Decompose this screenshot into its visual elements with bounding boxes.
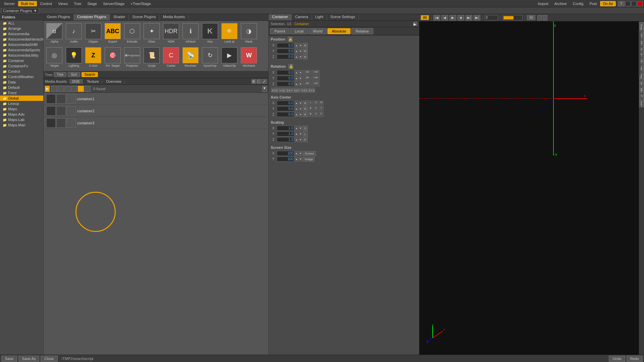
skip-start-btn[interactable]: |◀ bbox=[433, 15, 440, 20]
xyz-btn-zxy[interactable]: ZXY bbox=[286, 88, 293, 93]
folder-lineup[interactable]: 📁Lineup bbox=[0, 101, 43, 106]
scale-z-up[interactable]: ▲ bbox=[295, 137, 298, 142]
menu-server[interactable]: Server bbox=[1, 1, 17, 6]
folder-data[interactable]: 📁Data bbox=[0, 79, 43, 85]
media-tab-overview[interactable]: Overview bbox=[103, 79, 124, 84]
xyz-btn-xyz[interactable]: XYZ bbox=[271, 88, 278, 93]
ss-y-down[interactable]: ▼ bbox=[299, 157, 302, 162]
axis-z-b[interactable]: B bbox=[308, 112, 313, 117]
rot-y-up[interactable]: ▲ bbox=[295, 76, 298, 81]
axis-y-input[interactable] bbox=[277, 106, 294, 111]
tab-container-plugins[interactable]: Container Plugins bbox=[74, 14, 110, 20]
scale-y-down[interactable]: ▼ bbox=[299, 131, 302, 136]
axis-x-r[interactable]: R bbox=[303, 101, 308, 106]
scale-z-input[interactable] bbox=[277, 137, 294, 142]
close-btn[interactable] bbox=[637, 1, 643, 6]
min-btn[interactable] bbox=[625, 1, 631, 6]
scale-x-input[interactable] bbox=[277, 126, 294, 131]
help-btn[interactable]: ? bbox=[618, 1, 625, 6]
rot-y-pos[interactable]: +45 bbox=[312, 76, 320, 81]
close-btn-bottom[interactable]: Close bbox=[41, 356, 57, 362]
rot-x-up[interactable]: ▲ bbox=[295, 70, 298, 75]
media-add-btn[interactable]: ▶ bbox=[45, 86, 50, 92]
menu-post[interactable]: Post bbox=[587, 1, 599, 6]
axis-z-input[interactable] bbox=[277, 112, 294, 117]
folder-astucemedia-sports[interactable]: 📁AstucemediaSports bbox=[0, 47, 43, 53]
plugin-zsort[interactable]: Z Z-Sort bbox=[84, 46, 103, 70]
plugin-mask[interactable]: ◑ Mask bbox=[239, 22, 258, 46]
menu-treestage[interactable]: +Tree/Stage bbox=[128, 1, 153, 6]
pos-y-input[interactable] bbox=[277, 49, 294, 54]
redo-btn[interactable]: Redo bbox=[627, 356, 643, 362]
pos-y-r[interactable]: R bbox=[303, 49, 308, 54]
ss-y-up[interactable]: ▲ bbox=[295, 157, 298, 162]
tl-ctrl-2[interactable] bbox=[543, 15, 547, 20]
rot-z-down[interactable]: ▼ bbox=[299, 81, 302, 86]
tab-scene-plugins[interactable]: Scene Plugins bbox=[129, 14, 159, 20]
menu-import[interactable]: Import bbox=[535, 1, 551, 6]
tab-camera[interactable]: Camera bbox=[292, 14, 312, 20]
pos-x-input[interactable] bbox=[277, 43, 294, 48]
menu-tree[interactable]: Tree bbox=[71, 1, 84, 6]
ss-y-input[interactable] bbox=[277, 157, 294, 162]
view-btn-5[interactable] bbox=[78, 86, 84, 92]
xyz-btn-yxz[interactable]: YXZ bbox=[279, 88, 285, 93]
media-more-btn[interactable]: ▼ bbox=[262, 86, 267, 92]
plugin-audio[interactable]: ♪ Audio bbox=[64, 22, 83, 46]
tab-shader[interactable]: Shader bbox=[110, 14, 129, 20]
rot-z-pos[interactable]: +45 bbox=[312, 81, 320, 86]
axis-x-l[interactable]: L bbox=[308, 101, 313, 106]
tab-geom-plugins[interactable]: Geom Plugins bbox=[44, 14, 74, 20]
tree-btn-search[interactable]: Search bbox=[82, 72, 98, 77]
folder-default[interactable]: 📁Default bbox=[0, 85, 43, 90]
folder-all[interactable]: 📁ALL bbox=[0, 20, 43, 26]
axis-x-up[interactable]: ▲ bbox=[295, 101, 298, 106]
plugin-receiver[interactable]: 📡 Receiver bbox=[181, 46, 200, 70]
btn-local[interactable]: Local bbox=[290, 28, 308, 34]
scale-x-up[interactable]: ▲ bbox=[295, 126, 298, 131]
tab-media-assets[interactable]: Media Assets bbox=[160, 14, 189, 20]
media-fullscreen-btn[interactable]: ⤢ bbox=[262, 79, 267, 84]
pos-y-down[interactable]: ▼ bbox=[299, 49, 302, 54]
btn-world[interactable]: World bbox=[309, 28, 327, 34]
folder-maps-lab[interactable]: 📁Maps-Lab bbox=[0, 117, 43, 122]
axis-y-b[interactable]: B bbox=[308, 106, 313, 111]
next-btn[interactable]: ▶| bbox=[466, 15, 472, 20]
pos-z-r[interactable]: R bbox=[303, 54, 308, 59]
rot-z-up[interactable]: ▲ bbox=[295, 81, 298, 86]
folder-containerfx[interactable]: 📁ContainerFx bbox=[0, 63, 43, 69]
timeline-value-btn[interactable]: 50 bbox=[527, 15, 535, 20]
plugin-infotext[interactable]: ℹ Infotext bbox=[181, 22, 200, 46]
skip-end-btn[interactable]: ▶| bbox=[474, 15, 480, 20]
rot-z-neg[interactable]: -45 bbox=[303, 81, 311, 86]
btn-parent[interactable]: Parent bbox=[270, 28, 289, 34]
folder-maps[interactable]: 📁Maps bbox=[0, 106, 43, 112]
scale-x-down[interactable]: ▼ bbox=[299, 126, 302, 131]
plugin-projector[interactable]: 📽Projection Projector bbox=[123, 46, 142, 70]
rot-z-input[interactable] bbox=[277, 81, 294, 86]
plugin-script[interactable]: 📜 Script bbox=[142, 46, 161, 70]
tree-btn-tree[interactable]: Tree bbox=[54, 72, 66, 77]
ss-image-btn[interactable]: Image bbox=[303, 157, 315, 162]
scale-z-down[interactable]: ▼ bbox=[299, 137, 302, 142]
rot-x-pos[interactable]: +45 bbox=[312, 70, 320, 75]
rotation-lock-btn[interactable]: 🔒 bbox=[288, 64, 293, 69]
media-expand-btn[interactable]: □ bbox=[257, 79, 262, 84]
frame-input[interactable] bbox=[485, 15, 498, 20]
plugin-lookat[interactable]: 👁 Look at bbox=[220, 22, 239, 46]
play-btn[interactable]: ▶ bbox=[449, 15, 456, 20]
menu-archive[interactable]: Archive bbox=[552, 1, 570, 6]
plugin-syncprop[interactable]: ↻ SyncProp bbox=[201, 46, 219, 70]
view-btn-4[interactable] bbox=[71, 86, 77, 92]
plugin-caster[interactable]: C Caster bbox=[162, 46, 180, 70]
scale-z-p[interactable]: P bbox=[303, 137, 308, 142]
tree-btn-sort[interactable]: Sort bbox=[68, 72, 80, 77]
axis-x-down[interactable]: ▼ bbox=[299, 101, 302, 106]
view-btn-3[interactable] bbox=[64, 86, 70, 92]
plugin-winmask[interactable]: W WinMask bbox=[239, 46, 258, 70]
folder-maps-man[interactable]: 📁Maps-Man bbox=[0, 122, 43, 128]
save-as-btn[interactable]: Save As bbox=[18, 356, 39, 362]
folder-astucemedia-utility[interactable]: 📁AstucemediaUtility bbox=[0, 53, 43, 58]
scale-x-s[interactable]: S bbox=[303, 126, 308, 131]
btn-absolute[interactable]: Absolute bbox=[327, 28, 351, 34]
